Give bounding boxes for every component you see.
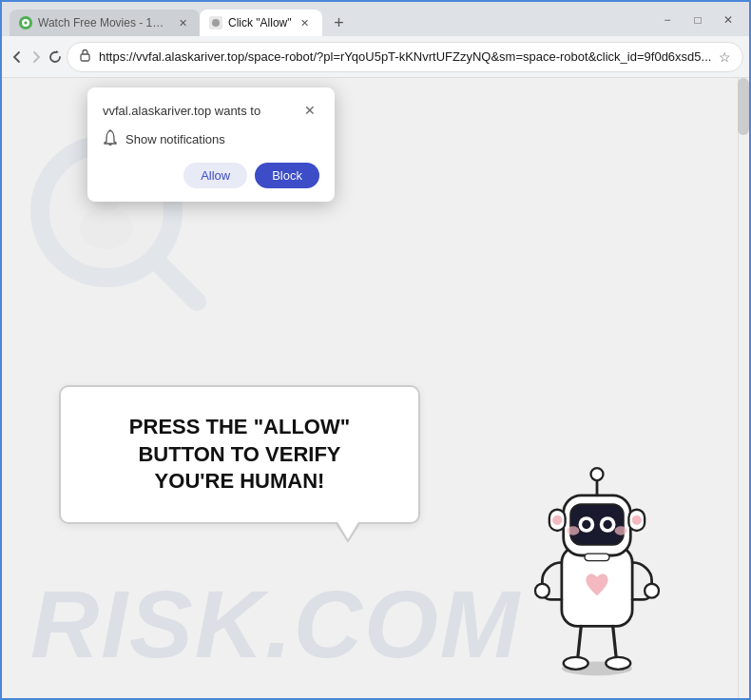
- svg-point-29: [645, 584, 659, 598]
- svg-point-31: [606, 657, 630, 670]
- robot-character: [511, 432, 683, 679]
- new-tab-button[interactable]: +: [326, 10, 353, 36]
- bubble-line1: PRESS THE "ALLOW" BUTTON TO VERIFY: [129, 415, 350, 466]
- svg-point-22: [567, 526, 579, 535]
- tab2-title: Click "Allow": [228, 16, 292, 29]
- url-text: https://vvfal.alaskariver.top/space-robo…: [99, 49, 711, 64]
- svg-point-28: [535, 584, 549, 598]
- bell-icon: [103, 129, 118, 149]
- maximize-button[interactable]: □: [684, 10, 711, 30]
- svg-point-23: [615, 526, 627, 535]
- bubble-text: PRESS THE "ALLOW" BUTTON TO VERIFY YOU'R…: [91, 414, 388, 496]
- popup-site-title: vvfal.alaskariver.top wants to: [103, 104, 260, 118]
- allow-button[interactable]: Allow: [183, 163, 247, 188]
- title-bar: Watch Free Movies - 123movie... ✕ Click …: [2, 2, 749, 36]
- svg-point-21: [604, 520, 612, 529]
- reload-button[interactable]: [48, 42, 63, 72]
- tab1-favicon: [19, 16, 32, 29]
- nav-icons-right: [747, 42, 751, 72]
- tab2-favicon: [209, 16, 222, 29]
- tabs-row: Watch Free Movies - 123movie... ✕ Click …: [10, 2, 654, 36]
- close-button[interactable]: ✕: [715, 10, 741, 30]
- forward-button[interactable]: [29, 42, 44, 72]
- tab2-close[interactable]: ✕: [298, 15, 313, 30]
- permission-text: Show notifications: [125, 132, 225, 146]
- svg-point-30: [564, 657, 588, 670]
- tab1-title: Watch Free Movies - 123movie...: [38, 16, 169, 29]
- bubble-line2: YOU'RE HUMAN!: [155, 469, 325, 493]
- nav-bar: https://vvfal.alaskariver.top/space-robo…: [2, 36, 749, 78]
- scrollbar-track: [738, 78, 749, 698]
- svg-point-11: [109, 130, 111, 132]
- speech-bubble: PRESS THE "ALLOW" BUTTON TO VERIFY YOU'R…: [59, 385, 420, 524]
- lock-icon: [79, 49, 91, 65]
- svg-point-27: [632, 515, 641, 524]
- profile-button[interactable]: [747, 42, 751, 72]
- robot-area: [502, 432, 692, 679]
- svg-point-16: [591, 468, 604, 480]
- popup-close-button[interactable]: ✕: [300, 101, 319, 120]
- permission-popup: vvfal.alaskariver.top wants to ✕ Show no…: [87, 88, 335, 202]
- back-button[interactable]: [10, 42, 25, 72]
- svg-point-20: [582, 520, 590, 529]
- block-button[interactable]: Block: [255, 163, 319, 188]
- svg-rect-2: [81, 54, 89, 61]
- address-bar[interactable]: https://vvfal.alaskariver.top/space-robo…: [67, 42, 743, 72]
- bookmark-icon[interactable]: ☆: [719, 49, 731, 65]
- tab1-close[interactable]: ✕: [175, 15, 190, 30]
- popup-permission-row: Show notifications: [103, 129, 319, 149]
- tab-2[interactable]: Click "Allow" ✕: [200, 10, 322, 36]
- browser-window: Watch Free Movies - 123movie... ✕ Click …: [0, 0, 751, 700]
- scrollbar-thumb[interactable]: [738, 78, 749, 135]
- popup-header: vvfal.alaskariver.top wants to ✕: [103, 101, 319, 120]
- window-controls: − □ ✕: [654, 10, 741, 36]
- popup-buttons: Allow Block: [103, 163, 319, 188]
- svg-point-26: [553, 515, 562, 524]
- minimize-button[interactable]: −: [654, 10, 681, 30]
- tab-1[interactable]: Watch Free Movies - 123movie... ✕: [10, 10, 200, 36]
- svg-rect-32: [585, 554, 609, 560]
- svg-point-1: [212, 19, 220, 27]
- content-area: RISK.COM vvfal.alaskariver.top wants to …: [2, 78, 749, 698]
